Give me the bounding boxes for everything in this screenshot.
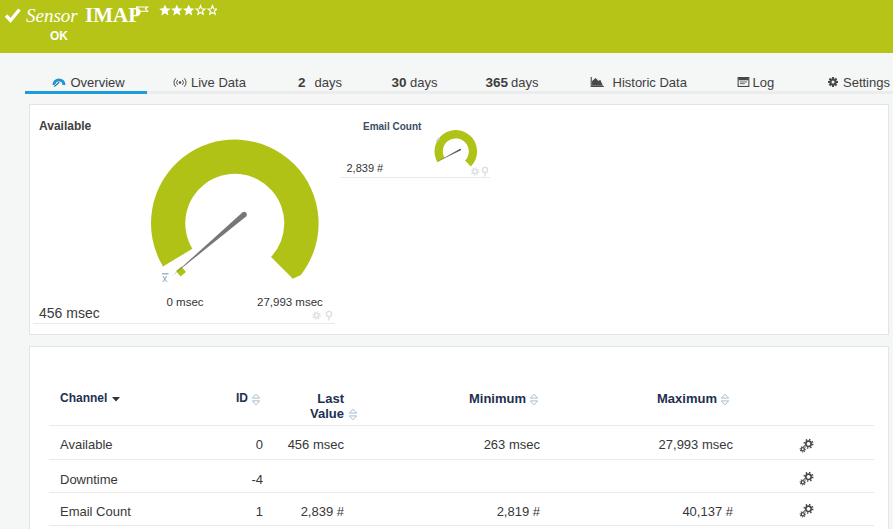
svg-text:x: x <box>162 273 167 284</box>
